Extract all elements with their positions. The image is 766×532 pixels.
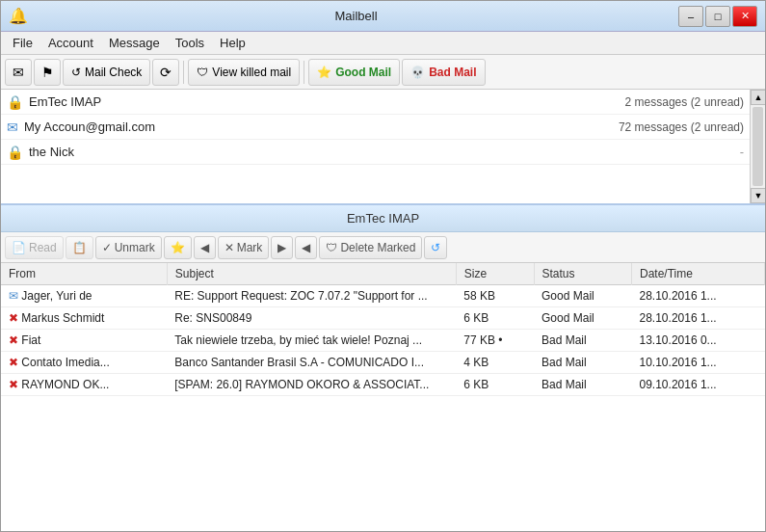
maximize-button[interactable]: □	[705, 6, 730, 27]
col-status[interactable]: Status	[534, 263, 632, 285]
cell-subject: Banco Santander Brasil S.A - COMUNICADO …	[167, 352, 456, 374]
window-controls: – □ ✕	[678, 6, 757, 27]
cell-subject: [SPAM: 26.0] RAYMOND OKORO & ASSOCIAT...	[167, 374, 456, 396]
cell-size: 77 KB •	[456, 330, 534, 352]
menu-account[interactable]: Account	[40, 34, 101, 52]
view-killed-label: View killed mail	[212, 66, 291, 79]
account-row-nick[interactable]: 🔒 the Nick -	[1, 140, 750, 165]
read-label: Read	[29, 241, 57, 254]
menu-bar: File Account Message Tools Help	[1, 32, 765, 55]
star-icon-email: ⭐	[171, 241, 185, 254]
preview-icon: 📋	[72, 241, 87, 254]
account-icon-nick: 🔒	[7, 145, 23, 160]
toolbar-separator	[183, 61, 184, 84]
unmark-label: Unmark	[115, 241, 155, 254]
col-from[interactable]: From	[1, 263, 167, 285]
scroll-up-arrow[interactable]: ▲	[751, 90, 765, 105]
menu-message[interactable]: Message	[101, 34, 168, 52]
read-icon: 📄	[12, 241, 26, 254]
cell-datetime: 09.10.2016 1...	[632, 374, 765, 396]
account-list-content: 🔒 EmTec IMAP 2 messages (2 unread) ✉ My …	[1, 90, 750, 203]
account-name-emtec: EmTec IMAP	[29, 94, 625, 109]
cell-from: ✖ Markus Schmidt	[1, 307, 167, 330]
col-datetime[interactable]: Date/Time	[632, 263, 765, 285]
table-row[interactable]: ✖ RAYMOND OK... [SPAM: 26.0] RAYMOND OKO…	[1, 374, 765, 396]
account-list: 🔒 EmTec IMAP 2 messages (2 unread) ✉ My …	[1, 90, 765, 205]
star-icon: ⭐	[317, 66, 331, 79]
skull-icon: 💀	[410, 66, 425, 79]
cell-status: Bad Mail	[534, 374, 632, 396]
menu-help[interactable]: Help	[212, 34, 253, 52]
section-header-title: EmTec IMAP	[347, 211, 419, 226]
account-icon-emtec: 🔒	[7, 94, 23, 110]
flag-button[interactable]: ⚑	[34, 59, 61, 86]
cell-subject: RE: Support Request: ZOC 7.07.2 "Support…	[167, 285, 456, 307]
main-window: 🔔 Mailbell – □ ✕ File Account Message To…	[0, 0, 766, 532]
next-button[interactable]: ▶	[271, 236, 293, 259]
cell-subject: Re: SNS00849	[167, 307, 456, 330]
bad-mail-button[interactable]: 💀 Bad Mail	[402, 59, 485, 86]
close-button[interactable]: ✕	[732, 6, 757, 27]
menu-tools[interactable]: Tools	[168, 34, 212, 52]
back-button[interactable]: ◀	[295, 236, 317, 259]
account-row-gmail[interactable]: ✉ My Accoun@gmail.com 72 messages (2 unr…	[1, 115, 750, 140]
star-button[interactable]: ⭐	[164, 236, 192, 259]
account-icon-gmail: ✉	[7, 120, 18, 135]
account-scrollbar: ▲ ▼	[750, 90, 765, 203]
account-name-nick: the Nick	[29, 145, 740, 159]
next-icon: ▶	[277, 241, 286, 254]
cell-size: 4 KB	[456, 352, 534, 374]
cell-from: ✉ Jager, Yuri de	[1, 285, 167, 307]
prev-button[interactable]: ◀	[194, 236, 216, 259]
cell-datetime: 28.10.2016 1...	[632, 307, 765, 330]
email-table-container: From Subject Size Status Date/Time ✉ Jag…	[1, 263, 765, 531]
scroll-thumb[interactable]	[753, 107, 763, 186]
cell-status: Bad Mail	[534, 352, 632, 374]
checkmark-icon: ✓	[102, 241, 112, 254]
cell-datetime: 10.10.2016 1...	[632, 352, 765, 374]
refresh-email-icon: ↺	[431, 241, 440, 254]
email-table: From Subject Size Status Date/Time ✉ Jag…	[1, 263, 765, 396]
toolbar-separator-2	[304, 61, 304, 84]
cell-from: ✖ Contato Imedia...	[1, 352, 167, 374]
table-row[interactable]: ✖ Contato Imedia... Banco Santander Bras…	[1, 352, 765, 374]
minimize-button[interactable]: –	[678, 6, 703, 27]
account-name-gmail: My Accoun@gmail.com	[24, 120, 619, 134]
col-size[interactable]: Size	[456, 263, 534, 285]
refresh-icon: ↺	[71, 66, 81, 79]
email-toolbar: 📄 Read 📋 ✓ Unmark ⭐ ◀ ✕ Mark ▶ ◀ 🛡 Delet…	[1, 232, 765, 263]
read-button[interactable]: 📄 Read	[5, 236, 64, 259]
mail-check-button[interactable]: ↺ Mail Check	[63, 59, 150, 86]
scroll-down-arrow[interactable]: ▼	[751, 188, 765, 203]
mark-label: Mark	[237, 241, 263, 254]
view-killed-button[interactable]: 🛡 View killed mail	[188, 59, 300, 86]
account-row-emtec[interactable]: 🔒 EmTec IMAP 2 messages (2 unread)	[1, 90, 750, 115]
x-icon: ✕	[225, 241, 234, 254]
bad-mail-label: Bad Mail	[429, 66, 476, 79]
prev-icon: ◀	[200, 241, 209, 254]
good-mail-button[interactable]: ⭐ Good Mail	[308, 59, 400, 86]
cell-size: 6 KB	[456, 374, 534, 396]
unmark-button[interactable]: ✓ Unmark	[95, 236, 162, 259]
title-bar: 🔔 Mailbell – □ ✕	[1, 1, 765, 32]
table-row[interactable]: ✖ Fiat Tak niewiele trzeba, by mieć tak …	[1, 330, 765, 352]
account-count-emtec: 2 messages (2 unread)	[625, 95, 744, 109]
back-icon: ◀	[302, 241, 310, 254]
refresh-email-button[interactable]: ↺	[424, 236, 447, 259]
table-row[interactable]: ✉ Jager, Yuri de RE: Support Request: ZO…	[1, 285, 765, 307]
mark-button[interactable]: ✕ Mark	[218, 236, 270, 259]
envelope-button[interactable]: ✉	[5, 59, 32, 86]
cell-size: 58 KB	[456, 285, 534, 307]
delete-marked-label: Delete Marked	[340, 241, 415, 254]
table-header-row: From Subject Size Status Date/Time	[1, 263, 765, 285]
cell-status: Good Mail	[534, 285, 632, 307]
account-count-gmail: 72 messages (2 unread)	[619, 120, 744, 134]
menu-file[interactable]: File	[5, 34, 40, 52]
cell-from: ✖ Fiat	[1, 330, 167, 352]
cell-status: Bad Mail	[534, 330, 632, 352]
table-row[interactable]: ✖ Markus Schmidt Re: SNS00849 6 KB Good …	[1, 307, 765, 330]
col-subject[interactable]: Subject	[167, 263, 456, 285]
delete-marked-button[interactable]: 🛡 Delete Marked	[319, 236, 422, 259]
refresh-button[interactable]: ⟳	[152, 59, 179, 86]
preview-button[interactable]: 📋	[66, 236, 93, 259]
